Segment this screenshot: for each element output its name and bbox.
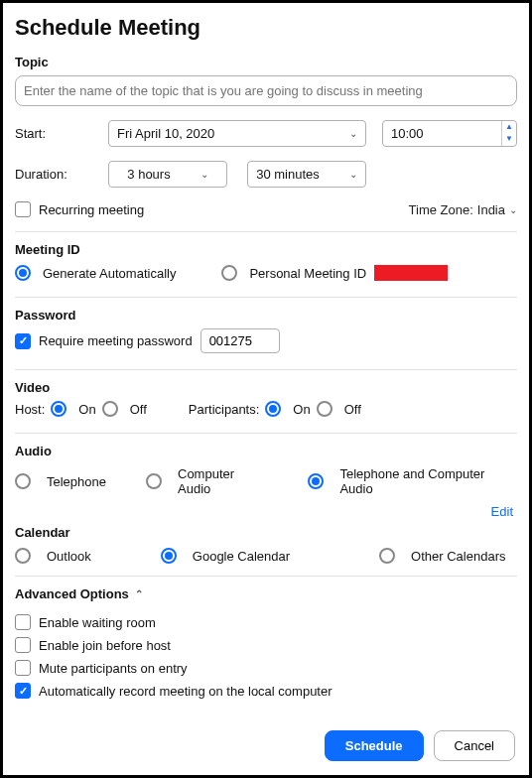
- start-date-select[interactable]: Fri April 10, 2020 ⌄: [108, 120, 366, 147]
- chevron-up-icon: ⌃: [135, 588, 143, 599]
- chevron-down-icon: ⌄: [349, 169, 357, 180]
- advanced-heading: Advanced Options: [15, 586, 129, 601]
- start-date-value: Fri April 10, 2020: [117, 126, 214, 141]
- radio-host-off[interactable]: [102, 401, 118, 417]
- personal-id-label: Personal Meeting ID: [249, 266, 366, 281]
- radio-audio-telephone[interactable]: [15, 473, 31, 489]
- radio-calendar-outlook[interactable]: [15, 548, 31, 564]
- audio-computer-label: Computer Audio: [178, 466, 268, 496]
- participants-label: Participants:: [189, 402, 260, 417]
- divider: [15, 576, 517, 577]
- advanced-options-toggle[interactable]: Advanced Options ⌃: [15, 586, 143, 601]
- host-on-label: On: [78, 402, 95, 417]
- cancel-button[interactable]: Cancel: [434, 730, 515, 761]
- timezone-prefix: Time Zone:: [409, 202, 473, 217]
- auto-record-label: Automatically record meeting on the loca…: [39, 684, 332, 699]
- waiting-room-checkbox[interactable]: [15, 614, 31, 630]
- divider: [15, 297, 517, 298]
- schedule-button[interactable]: Schedule: [325, 730, 424, 761]
- host-label: Host:: [15, 402, 45, 417]
- duration-hours-select[interactable]: 3 hours ⌄: [108, 161, 227, 188]
- topic-input[interactable]: [15, 75, 517, 106]
- participants-on-label: On: [293, 402, 310, 417]
- radio-calendar-other[interactable]: [379, 548, 395, 564]
- generate-auto-label: Generate Automatically: [43, 266, 176, 281]
- divider: [15, 433, 517, 434]
- audio-edit-link[interactable]: Edit: [15, 504, 513, 519]
- timezone-select[interactable]: Time Zone: India ⌄: [409, 202, 517, 217]
- divider: [15, 231, 517, 232]
- radio-participants-off[interactable]: [317, 401, 332, 417]
- password-heading: Password: [15, 308, 517, 323]
- calendar-google-label: Google Calendar: [193, 549, 290, 564]
- join-before-checkbox[interactable]: [15, 637, 31, 653]
- radio-participants-on[interactable]: [265, 401, 281, 417]
- meeting-id-heading: Meeting ID: [15, 242, 517, 257]
- duration-hours-value: 3 hours: [127, 167, 170, 182]
- duration-minutes-select[interactable]: 30 minutes ⌄: [247, 161, 366, 188]
- topic-label: Topic: [15, 55, 517, 69]
- dialog-title: Schedule Meeting: [15, 15, 517, 41]
- start-time-spinner[interactable]: 10:00 ▲ ▼: [382, 120, 517, 147]
- chevron-down-icon: ⌄: [349, 128, 357, 139]
- start-label: Start:: [15, 126, 108, 141]
- spinner-arrows: ▲ ▼: [501, 121, 516, 146]
- calendar-outlook-label: Outlook: [47, 549, 91, 564]
- mute-entry-checkbox[interactable]: [15, 660, 31, 676]
- duration-label: Duration:: [15, 167, 108, 182]
- chevron-down-icon: ⌄: [509, 204, 517, 215]
- radio-calendar-google[interactable]: [161, 548, 177, 564]
- audio-heading: Audio: [15, 444, 517, 458]
- radio-audio-computer[interactable]: [146, 473, 162, 489]
- auto-record-checkbox[interactable]: [15, 683, 31, 699]
- audio-telephone-label: Telephone: [47, 474, 106, 489]
- password-input[interactable]: [200, 328, 280, 353]
- calendar-other-label: Other Calendars: [411, 549, 505, 564]
- host-off-label: Off: [130, 402, 147, 417]
- waiting-room-label: Enable waiting room: [39, 615, 156, 630]
- participants-off-label: Off: [344, 402, 361, 417]
- radio-generate-auto[interactable]: [15, 265, 31, 281]
- personal-id-redacted: [374, 265, 448, 281]
- require-password-label: Require meeting password: [39, 333, 193, 348]
- video-heading: Video: [15, 380, 517, 395]
- duration-minutes-value: 30 minutes: [256, 167, 320, 182]
- spinner-down-icon[interactable]: ▼: [502, 133, 516, 145]
- recurring-label: Recurring meeting: [39, 202, 144, 217]
- start-time-value: 10:00: [383, 121, 501, 146]
- radio-host-on[interactable]: [51, 401, 66, 417]
- radio-audio-both[interactable]: [308, 473, 324, 489]
- join-before-label: Enable join before host: [39, 638, 171, 653]
- recurring-checkbox[interactable]: [15, 201, 31, 217]
- timezone-value: India: [477, 202, 505, 217]
- require-password-checkbox[interactable]: [15, 333, 31, 349]
- mute-entry-label: Mute participants on entry: [39, 661, 188, 676]
- divider: [15, 369, 517, 370]
- calendar-heading: Calendar: [15, 525, 517, 540]
- radio-personal-id[interactable]: [221, 265, 237, 281]
- spinner-up-icon[interactable]: ▲: [502, 121, 516, 133]
- schedule-meeting-dialog: Schedule Meeting Topic Start: Fri April …: [0, 0, 532, 778]
- audio-both-label: Telephone and Computer Audio: [339, 466, 517, 496]
- chevron-down-icon: ⌄: [200, 169, 208, 180]
